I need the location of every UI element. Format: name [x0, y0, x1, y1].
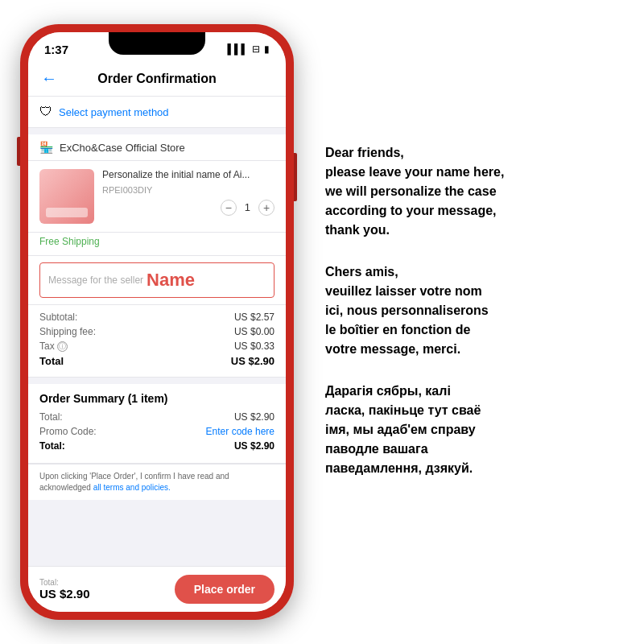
store-section: 🏪 ExCho&Case Official Store [28, 134, 286, 161]
terms-link[interactable]: all terms and policies. [93, 483, 171, 492]
subtotal-label: Subtotal: [39, 312, 77, 323]
product-details: Personalize the initial name of Ai... RP… [102, 169, 275, 216]
screen-content[interactable]: 🛡 Select payment method 🏪 ExCho&Case Off… [28, 97, 286, 566]
qty-value: 1 [245, 201, 250, 213]
payment-section[interactable]: 🛡 Select payment method [28, 97, 286, 128]
free-shipping: Free Shipping [28, 233, 286, 256]
french-text: Chers amis,veuillez laisser votre nomici… [325, 262, 625, 359]
summary-title: Order Summary (1 item) [39, 392, 275, 405]
bottom-total: Total: US $2.90 [39, 578, 90, 601]
battery-icon: ▮ [264, 43, 270, 55]
shipping-row: Shipping fee: US $0.00 [39, 326, 275, 337]
qty-plus-button[interactable]: + [258, 200, 275, 216]
pricing-section: Subtotal: US $2.57 Shipping fee: US $0.0… [28, 305, 286, 378]
terms-section: Upon clicking 'Place Order', I confirm I… [28, 464, 286, 500]
summary-total-row: Total: US $2.90 [39, 411, 275, 423]
message-section: Message for the seller Name [28, 256, 286, 305]
english-text: Dear friends,please leave your name here… [325, 143, 625, 240]
shipping-fee-value: US $0.00 [234, 326, 275, 337]
total-label: Total [39, 355, 64, 367]
phone-frame: 1:37 ▌▌▌ ⊟ ▮ ← Order Confirmation 🛡 Sele… [20, 24, 294, 620]
order-summary-section: Order Summary (1 item) Total: US $2.90 P… [28, 384, 286, 464]
phone-wrapper: 1:37 ▌▌▌ ⊟ ▮ ← Order Confirmation 🛡 Sele… [8, 8, 306, 636]
tax-label: Tax ⓘ [39, 341, 68, 352]
tax-info-icon[interactable]: ⓘ [57, 341, 68, 352]
promo-code-link[interactable]: Enter code here [206, 426, 275, 437]
grand-total-label: Total: [39, 440, 65, 452]
back-button[interactable]: ← [41, 69, 57, 88]
store-icon: 🏪 [39, 141, 53, 154]
promo-row: Promo Code: Enter code here [39, 426, 275, 437]
bottom-bar: Total: US $2.90 Place order [28, 566, 286, 612]
text-block-belarusian: Дарагія сябры, каліласка, пакіньце тут с… [325, 382, 625, 478]
phone-screen: 1:37 ▌▌▌ ⊟ ▮ ← Order Confirmation 🛡 Sele… [28, 32, 286, 612]
product-sku: RPEI003DIY [102, 185, 275, 195]
message-placeholder: Message for the seller [48, 275, 143, 286]
payment-label[interactable]: Select payment method [59, 106, 169, 118]
signal-icon: ▌▌▌ [227, 43, 248, 55]
shipping-fee-label: Shipping fee: [39, 326, 96, 337]
grand-total-row: Total: US $2.90 [39, 440, 275, 452]
status-icons: ▌▌▌ ⊟ ▮ [227, 43, 270, 55]
message-name-highlight: Name [147, 270, 195, 291]
notch [109, 32, 205, 55]
page-title: Order Confirmation [64, 72, 250, 86]
product-name: Personalize the initial name of Ai... [102, 169, 275, 182]
qty-minus-button[interactable]: − [221, 200, 237, 216]
place-order-button[interactable]: Place order [175, 575, 275, 604]
subtotal-row: Subtotal: US $2.57 [39, 312, 275, 323]
nav-bar: ← Order Confirmation [28, 61, 286, 97]
bottom-total-label: Total: [39, 578, 90, 587]
promo-label: Promo Code: [39, 426, 97, 437]
tax-value: US $0.33 [234, 341, 275, 352]
total-value: US $2.90 [231, 355, 275, 367]
payment-icon: 🛡 [39, 105, 52, 119]
text-block-english: Dear friends,please leave your name here… [325, 143, 625, 240]
tax-row: Tax ⓘ US $0.33 [39, 341, 275, 352]
summary-total-value: US $2.90 [234, 411, 275, 423]
text-block-french: Chers amis,veuillez laisser votre nomici… [325, 262, 625, 359]
bottom-total-value: US $2.90 [39, 587, 90, 601]
message-input-box[interactable]: Message for the seller Name [39, 262, 275, 298]
belarusian-text: Дарагія сябры, каліласка, пакіньце тут с… [325, 382, 625, 478]
text-panel: Dear friends,please leave your name here… [306, 127, 644, 517]
product-row: Personalize the initial name of Ai... RP… [28, 161, 286, 233]
wifi-icon: ⊟ [252, 43, 260, 55]
product-qty: − 1 + [102, 200, 275, 216]
status-time: 1:37 [44, 43, 68, 56]
terms-text: Upon clicking 'Place Order', I confirm I… [39, 471, 275, 493]
product-image [39, 169, 94, 224]
store-name: ExCho&Case Official Store [60, 142, 185, 154]
grand-total-value: US $2.90 [234, 440, 275, 452]
divider-1 [28, 128, 286, 134]
summary-total-label: Total: [39, 411, 63, 423]
total-row: Total US $2.90 [39, 355, 275, 367]
subtotal-value: US $2.57 [234, 312, 275, 323]
